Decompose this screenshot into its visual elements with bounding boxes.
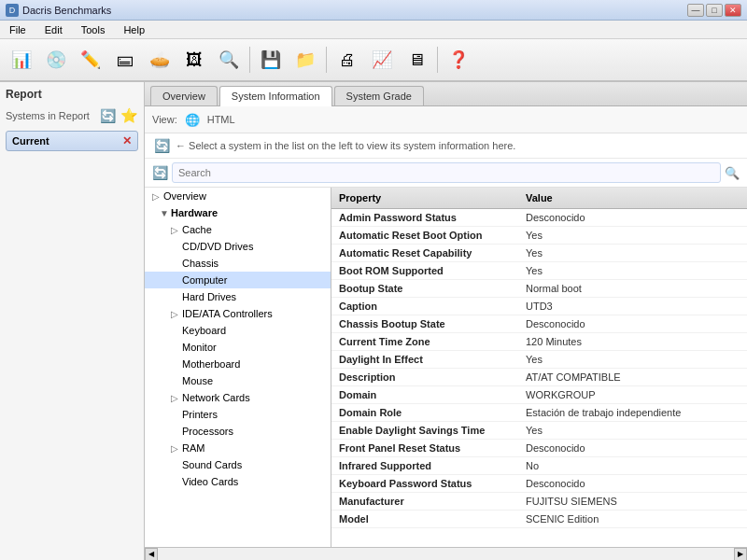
view-bar: View: 🌐 HTML — [145, 106, 747, 133]
window-title: Dacris Benchmarks — [22, 5, 111, 16]
table-row[interactable]: ModelSCENIC Edition — [331, 511, 747, 528]
table-row[interactable]: Automatic Reset Boot OptionYes — [331, 227, 747, 245]
tree-item-overview[interactable]: ▷Overview — [145, 188, 331, 204]
tree-item-monitor[interactable]: Monitor — [145, 339, 331, 356]
title-controls: — □ ✕ — [687, 4, 741, 17]
scroll-right-button[interactable]: ▶ — [734, 548, 747, 561]
table-row[interactable]: Front Panel Reset StatusDesconocido — [331, 440, 747, 457]
menu-item-file[interactable]: File — [4, 22, 32, 37]
search-button[interactable]: 🔍 — [213, 44, 245, 76]
table-row[interactable]: Bootup StateNormal boot — [331, 280, 747, 298]
tree-panel: ▷Overview▼Hardware▷CacheCD/DVD DrivesCha… — [145, 188, 331, 547]
tree-item-mouse[interactable]: Mouse — [145, 372, 331, 389]
refresh-systems-button[interactable]: 🔄 — [98, 106, 117, 125]
refresh-icon[interactable]: 🔄 — [152, 165, 168, 180]
monitor-button[interactable]: 🖥 — [401, 44, 432, 76]
property-name: Automatic Reset Boot Option — [331, 227, 518, 244]
tree-item-hard-drives[interactable]: Hard Drives — [145, 288, 331, 305]
menu-item-tools[interactable]: Tools — [76, 22, 111, 37]
tree-item-processors[interactable]: Processors — [145, 423, 331, 440]
tab-overview[interactable]: Overview — [150, 86, 218, 105]
menu-item-edit[interactable]: Edit — [39, 22, 68, 37]
tree-item-label: Overview — [163, 190, 206, 202]
tree-item-cd-dvd-drives[interactable]: CD/DVD Drives — [145, 238, 331, 255]
tree-item-network-cards[interactable]: ▷Network Cards — [145, 389, 331, 406]
table-row[interactable]: DescriptionAT/AT COMPATIBLE — [331, 369, 747, 386]
current-system-item[interactable]: Current ✕ — [6, 131, 138, 151]
add-system-button[interactable]: ⭐ — [120, 106, 138, 125]
drive-button[interactable]: 🖴 — [109, 44, 141, 76]
tree-item-label: Sound Cards — [182, 459, 242, 470]
disk-button[interactable]: 💿 — [40, 44, 72, 76]
tree-expand-icon: ▷ — [171, 225, 182, 235]
table-row[interactable]: Automatic Reset CapabilityYes — [331, 245, 747, 262]
tree-item-video-cards[interactable]: Video Cards — [145, 473, 331, 490]
value-column-header: Value — [518, 190, 747, 205]
tree-item-chassis[interactable]: Chassis — [145, 255, 331, 272]
table-row[interactable]: Current Time Zone120 Minutes — [331, 333, 747, 351]
tree-item-ram[interactable]: ▷RAM — [145, 440, 331, 456]
horizontal-scrollbar[interactable]: ◀ ▶ — [145, 547, 747, 560]
pencil-button[interactable]: ✏️ — [75, 44, 106, 76]
tree-item-keyboard[interactable]: Keyboard — [145, 322, 331, 339]
table-row[interactable]: ManufacturerFUJITSU SIEMENS — [331, 493, 747, 511]
split-panel: ▷Overview▼Hardware▷CacheCD/DVD DrivesCha… — [145, 188, 747, 547]
remove-system-button[interactable]: ✕ — [122, 134, 132, 147]
scroll-track[interactable] — [158, 550, 734, 559]
table-row[interactable]: Boot ROM SupportedYes — [331, 262, 747, 280]
tab-system-grade[interactable]: System Grade — [334, 86, 424, 105]
table-row[interactable]: Admin Password StatusDesconocido — [331, 209, 747, 227]
title-bar: D Dacris Benchmarks — □ ✕ — [0, 0, 747, 21]
search-bar: 🔄 🔍 — [145, 159, 747, 188]
table-row[interactable]: Enable Daylight Savings TimeYes — [331, 422, 747, 440]
menu-item-help[interactable]: Help — [118, 22, 150, 37]
tree-view-button[interactable]: 🌐 — [183, 110, 202, 129]
search-input[interactable] — [172, 162, 721, 183]
property-name: Daylight In Effect — [331, 351, 518, 368]
table-row[interactable]: Keyboard Password StatusDesconocido — [331, 475, 747, 493]
tree-item-label: Computer — [182, 274, 227, 286]
help-button[interactable]: ❓ — [443, 44, 474, 76]
tree-item-sound-cards[interactable]: Sound Cards — [145, 456, 331, 473]
property-value: No — [518, 457, 747, 474]
info-message: ← Select a system in the list on the lef… — [176, 140, 515, 151]
property-value: Yes — [518, 351, 747, 368]
folder-button[interactable]: 📁 — [289, 44, 321, 76]
property-value: FUJITSU SIEMENS — [518, 493, 747, 510]
close-button[interactable]: ✕ — [725, 4, 741, 17]
property-name: Current Time Zone — [331, 333, 518, 350]
save-button[interactable]: 💾 — [255, 44, 287, 76]
property-name: Domain — [331, 386, 518, 403]
tree-item-ide-ata-controllers[interactable]: ▷IDE/ATA Controllers — [145, 305, 331, 322]
search-submit-icon[interactable]: 🔍 — [725, 166, 740, 180]
tree-item-label: Printers — [182, 409, 218, 420]
maximize-button[interactable]: □ — [706, 4, 723, 17]
image-button[interactable]: 🖼 — [178, 44, 210, 76]
scroll-left-button[interactable]: ◀ — [145, 548, 158, 561]
view-label: View: — [152, 114, 177, 125]
table-row[interactable]: CaptionUTD3 — [331, 298, 747, 315]
benchmarks-button[interactable]: 📊 — [6, 44, 37, 76]
tree-item-printers[interactable]: Printers — [145, 406, 331, 423]
minimize-button[interactable]: — — [687, 4, 704, 17]
systems-header: Systems in Report 🔄 ⭐ — [6, 106, 138, 125]
bar-chart-button[interactable]: 📈 — [366, 44, 398, 76]
table-row[interactable]: Domain RoleEstación de trabajo independi… — [331, 404, 747, 422]
toolbar-separator — [437, 47, 438, 73]
current-system-name: Current — [12, 135, 49, 147]
table-row[interactable]: Daylight In EffectYes — [331, 351, 747, 369]
properties-rows: Admin Password StatusDesconocidoAutomati… — [331, 209, 747, 528]
table-row[interactable]: Chassis Bootup StateDesconocido — [331, 315, 747, 333]
tree-item-cache[interactable]: ▷Cache — [145, 221, 331, 238]
property-value: Yes — [518, 262, 747, 279]
tree-item-label: RAM — [182, 442, 204, 454]
tab-system-information[interactable]: System Information — [219, 86, 332, 106]
print-button[interactable]: 🖨 — [331, 44, 363, 76]
tree-item-motherboard[interactable]: Motherboard — [145, 356, 331, 372]
tree-item-computer[interactable]: Computer — [145, 272, 331, 288]
table-row[interactable]: DomainWORKGROUP — [331, 386, 747, 404]
property-name: Admin Password Status — [331, 209, 518, 226]
tree-item-hardware[interactable]: ▼Hardware — [145, 204, 331, 221]
table-row[interactable]: Infrared SupportedNo — [331, 457, 747, 475]
pie-chart-button[interactable]: 🥧 — [144, 44, 176, 76]
